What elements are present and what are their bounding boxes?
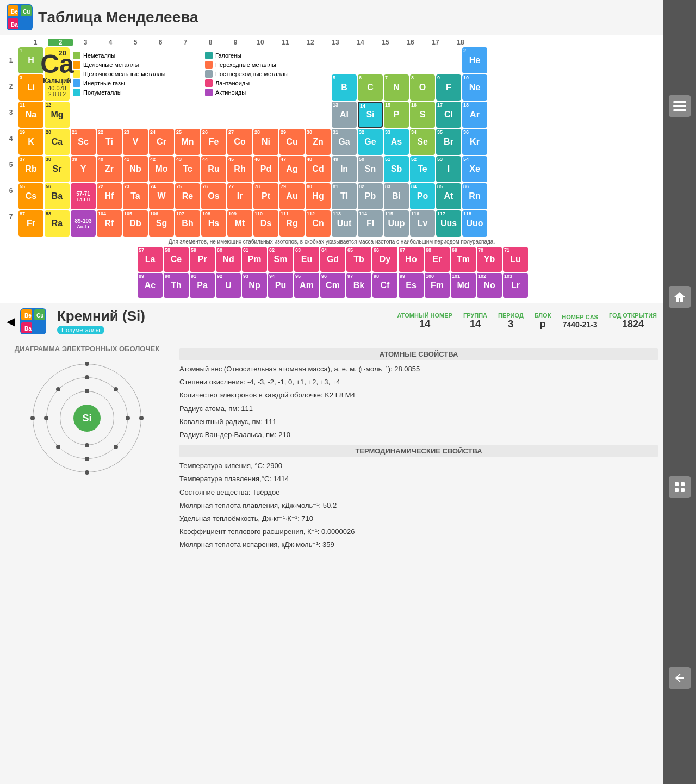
element-In[interactable]: 49 In: [332, 156, 357, 182]
element-Rb[interactable]: 37 Rb: [18, 156, 44, 182]
element-Bh[interactable]: 107 Bh: [175, 210, 200, 237]
element-Uut[interactable]: 113 Uut: [332, 210, 357, 237]
element-Na[interactable]: 11 Na: [18, 102, 44, 128]
element-H[interactable]: 1 H: [18, 47, 44, 73]
element-Os[interactable]: 76 Os: [201, 183, 226, 209]
element-Uup[interactable]: 115 Uup: [384, 210, 409, 237]
element-Nb[interactable]: 41 Nb: [123, 156, 148, 182]
element-Ne[interactable]: 10 Ne: [462, 74, 487, 101]
element-Cu[interactable]: 29 Cu: [279, 129, 304, 155]
element-Cd[interactable]: 48 Cd: [306, 156, 331, 182]
la-lu-placeholder[interactable]: 57-71La-Lu: [71, 183, 96, 209]
element-Lv[interactable]: 116 Lv: [410, 210, 435, 237]
element-Np[interactable]: 93Np: [242, 273, 267, 298]
element-Hs[interactable]: 108 Hs: [201, 210, 226, 237]
element-Sn[interactable]: 50 Sn: [358, 156, 383, 182]
element-Lr[interactable]: 103Lr: [503, 273, 528, 298]
element-Ta[interactable]: 73 Ta: [123, 183, 148, 209]
element-Es[interactable]: 99Es: [399, 273, 424, 298]
element-Pm[interactable]: 61Pm: [242, 247, 267, 272]
element-Ge[interactable]: 32 Ge: [358, 129, 383, 155]
element-Th[interactable]: 90Th: [164, 273, 189, 298]
element-At[interactable]: 85 At: [436, 183, 461, 209]
element-Rh[interactable]: 45 Rh: [227, 156, 252, 182]
element-Ru[interactable]: 44 Ru: [201, 156, 226, 182]
element-Mn[interactable]: 25 Mn: [175, 129, 200, 155]
home-button[interactable]: [669, 286, 691, 308]
element-Y[interactable]: 39 Y: [71, 156, 96, 182]
element-Po[interactable]: 84 Po: [410, 183, 435, 209]
element-W[interactable]: 74 W: [149, 183, 174, 209]
element-Fm[interactable]: 100Fm: [425, 273, 450, 298]
element-Xe[interactable]: 54 Xe: [462, 156, 487, 182]
element-Al[interactable]: 13 Al: [332, 102, 357, 128]
element-V[interactable]: 23 V: [123, 129, 148, 155]
element-Ds[interactable]: 110 Ds: [253, 210, 278, 237]
element-Ir[interactable]: 77 Ir: [227, 183, 252, 209]
element-Pd[interactable]: 46 Pd: [253, 156, 278, 182]
menu-button[interactable]: [669, 95, 691, 117]
element-Ho[interactable]: 67Ho: [399, 247, 424, 272]
element-La[interactable]: 57La: [138, 247, 163, 272]
element-Zr[interactable]: 40 Zr: [97, 156, 122, 182]
back-button[interactable]: ◀: [7, 315, 15, 328]
element-Au[interactable]: 79 Au: [279, 183, 304, 209]
element-Sr[interactable]: 38 Sr: [45, 156, 70, 182]
element-Sg[interactable]: 106 Sg: [149, 210, 174, 237]
element-S[interactable]: 16 S: [410, 102, 435, 128]
element-Rf[interactable]: 104 Rf: [97, 210, 122, 237]
element-P[interactable]: 15 P: [384, 102, 409, 128]
element-Tb[interactable]: 65Tb: [346, 247, 371, 272]
element-Ag[interactable]: 47 Ag: [279, 156, 304, 182]
element-I[interactable]: 53 I: [436, 156, 461, 182]
element-Ca[interactable]: 20 Ca: [45, 129, 70, 155]
element-Db[interactable]: 105 Db: [123, 210, 148, 237]
element-Cm[interactable]: 96Cm: [320, 273, 345, 298]
element-N[interactable]: 7 N: [384, 74, 409, 101]
element-Cn[interactable]: 112 Cn: [306, 210, 331, 237]
element-Am[interactable]: 95Am: [294, 273, 319, 298]
element-Ni[interactable]: 28 Ni: [253, 129, 278, 155]
element-U[interactable]: 92U: [216, 273, 241, 298]
element-Sm[interactable]: 62Sm: [268, 247, 293, 272]
element-Rg[interactable]: 111 Rg: [279, 210, 304, 237]
element-Te[interactable]: 52 Te: [410, 156, 435, 182]
element-Kr[interactable]: 36 Kr: [462, 129, 487, 155]
element-As[interactable]: 33 As: [384, 129, 409, 155]
element-Hg[interactable]: 80 Hg: [306, 183, 331, 209]
element-Uuo[interactable]: 118 Uuo: [462, 210, 487, 237]
element-Se[interactable]: 34 Se: [410, 129, 435, 155]
element-Mo[interactable]: 42 Mo: [149, 156, 174, 182]
element-Fr[interactable]: 87 Fr: [18, 210, 44, 237]
ca-selected-cell[interactable]: 20 Ca Кальций 40.078 2-8-8-2: [45, 47, 70, 101]
element-Cf[interactable]: 98Cf: [372, 273, 397, 298]
element-No[interactable]: 102No: [477, 273, 502, 298]
ac-lr-placeholder[interactable]: 89-103Ac-Lr: [71, 210, 96, 237]
element-Ce[interactable]: 58Ce: [164, 247, 189, 272]
element-Md[interactable]: 101Md: [451, 273, 476, 298]
element-C[interactable]: 6 C: [358, 74, 383, 101]
element-Rn[interactable]: 86 Rn: [462, 183, 487, 209]
element-B[interactable]: 5 B: [332, 74, 357, 101]
element-Re[interactable]: 75 Re: [175, 183, 200, 209]
element-Pu[interactable]: 94Pu: [268, 273, 293, 298]
element-He[interactable]: 2 He: [462, 47, 487, 73]
element-Lu[interactable]: 71Lu: [503, 247, 528, 272]
element-Bk[interactable]: 97Bk: [346, 273, 371, 298]
apps-button[interactable]: [669, 476, 691, 498]
element-Ti[interactable]: 22 Ti: [97, 129, 122, 155]
element-Co[interactable]: 27 Co: [227, 129, 252, 155]
element-Pt[interactable]: 78 Pt: [253, 183, 278, 209]
element-Mg[interactable]: 12 Mg: [45, 102, 70, 128]
element-Zn[interactable]: 30 Zn: [306, 129, 331, 155]
element-Li[interactable]: 3 Li: [18, 74, 44, 101]
element-Sc[interactable]: 21 Sc: [71, 129, 96, 155]
element-Sb[interactable]: 51 Sb: [384, 156, 409, 182]
element-Dy[interactable]: 66Dy: [372, 247, 397, 272]
element-F[interactable]: 9 F: [436, 74, 461, 101]
element-Tc[interactable]: 43 Tc: [175, 156, 200, 182]
element-Si[interactable]: 14 Si: [358, 102, 383, 128]
element-Uus[interactable]: 117 Uus: [436, 210, 461, 237]
element-Ac[interactable]: 89Ac: [138, 273, 163, 298]
element-Ga[interactable]: 31 Ga: [332, 129, 357, 155]
